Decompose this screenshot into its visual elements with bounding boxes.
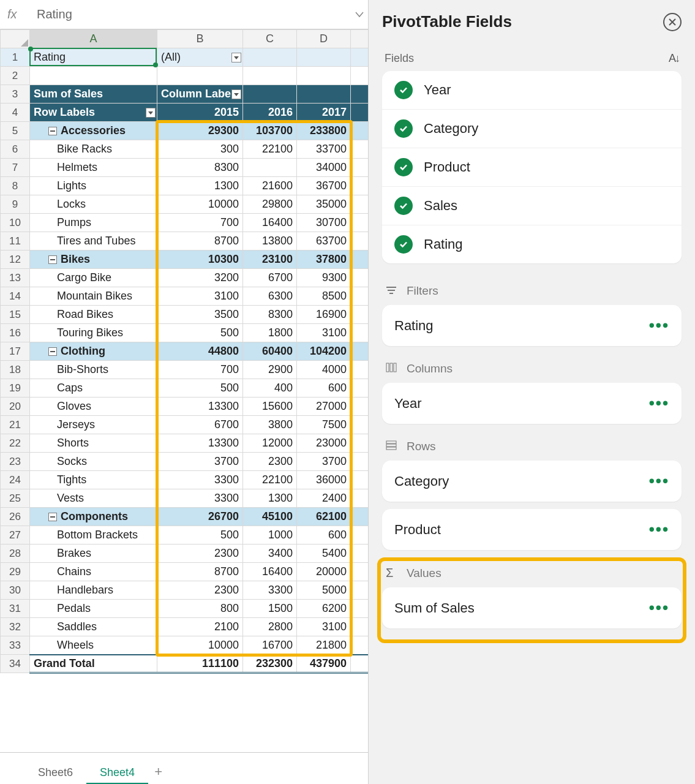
row-header-30[interactable]: 30: [1, 581, 30, 600]
cell[interactable]: 16700: [243, 636, 297, 655]
cell[interactable]: 2015: [157, 104, 243, 122]
row-header-15[interactable]: 15: [1, 306, 30, 324]
more-icon[interactable]: •••: [649, 394, 669, 413]
row-header-10[interactable]: 10: [1, 214, 30, 232]
cell[interactable]: 23100: [243, 251, 297, 269]
cell[interactable]: 8300: [157, 159, 243, 177]
row-header-14[interactable]: 14: [1, 287, 30, 306]
cell[interactable]: Row Labels: [30, 104, 157, 122]
cell[interactable]: 13300: [157, 398, 243, 416]
cell[interactable]: 3700: [157, 453, 243, 471]
row-header-16[interactable]: 16: [1, 324, 30, 342]
cell[interactable]: 16400: [243, 563, 297, 581]
cell[interactable]: 2016: [243, 104, 297, 122]
cell[interactable]: 4000: [297, 361, 351, 379]
row-header-12[interactable]: 12: [1, 251, 30, 269]
cell[interactable]: Pedals: [30, 600, 157, 618]
row-header-6[interactable]: 6: [1, 140, 30, 159]
cell[interactable]: Tires and Tubes: [30, 232, 157, 251]
cell[interactable]: 8700: [157, 563, 243, 581]
cell[interactable]: 8500: [297, 287, 351, 306]
row-header-5[interactable]: 5: [1, 122, 30, 140]
cell[interactable]: 13800: [243, 232, 297, 251]
cell[interactable]: 3200: [157, 269, 243, 287]
cell[interactable]: Bib-Shorts: [30, 361, 157, 379]
cell[interactable]: 6200: [297, 600, 351, 618]
cell[interactable]: 62100: [297, 508, 351, 526]
cell[interactable]: 22100: [243, 471, 297, 489]
cell[interactable]: 3800: [243, 416, 297, 434]
cell[interactable]: 63700: [297, 232, 351, 251]
cell[interactable]: 33700: [297, 140, 351, 159]
cell[interactable]: [297, 85, 351, 104]
cell[interactable]: 1800: [243, 324, 297, 342]
cell[interactable]: 3300: [157, 489, 243, 508]
cell[interactable]: Road Bikes: [30, 306, 157, 324]
cell[interactable]: 500: [157, 526, 243, 545]
cell[interactable]: Clothing: [30, 342, 157, 361]
cell[interactable]: [297, 48, 351, 67]
cell[interactable]: 36700: [297, 177, 351, 195]
row-header-9[interactable]: 9: [1, 195, 30, 214]
cell[interactable]: Wheels: [30, 636, 157, 655]
cell[interactable]: 700: [157, 214, 243, 232]
row-header-25[interactable]: 25: [1, 489, 30, 508]
cell[interactable]: 13300: [157, 434, 243, 453]
row-header-7[interactable]: 7: [1, 159, 30, 177]
row-header-18[interactable]: 18: [1, 361, 30, 379]
cell[interactable]: 22100: [243, 140, 297, 159]
cell[interactable]: 103700: [243, 122, 297, 140]
cell[interactable]: [297, 67, 351, 85]
cell[interactable]: Column Labels: [157, 85, 243, 104]
cell[interactable]: Rating: [30, 48, 157, 67]
cell[interactable]: Jerseys: [30, 416, 157, 434]
row-header-8[interactable]: 8: [1, 177, 30, 195]
cell[interactable]: Sum of Sales: [30, 85, 157, 104]
formula-dropdown-icon[interactable]: [353, 4, 366, 26]
row-header-21[interactable]: 21: [1, 416, 30, 434]
cell[interactable]: 3100: [297, 618, 351, 636]
field-row-sales[interactable]: Sales: [382, 187, 682, 225]
more-icon[interactable]: •••: [649, 598, 669, 617]
row-header-31[interactable]: 31: [1, 600, 30, 618]
column-header-A[interactable]: A: [30, 30, 157, 48]
row-header-20[interactable]: 20: [1, 398, 30, 416]
cell[interactable]: Handlebars: [30, 581, 157, 600]
row-header-28[interactable]: 28: [1, 545, 30, 563]
cell[interactable]: 3300: [243, 581, 297, 600]
cell[interactable]: 1300: [157, 177, 243, 195]
row-header-32[interactable]: 32: [1, 618, 30, 636]
cell[interactable]: 800: [157, 600, 243, 618]
cell[interactable]: 45100: [243, 508, 297, 526]
row-header-11[interactable]: 11: [1, 232, 30, 251]
cell[interactable]: [157, 67, 243, 85]
cell[interactable]: 1000: [243, 526, 297, 545]
cell[interactable]: 3500: [157, 306, 243, 324]
sheet-tab-sheet4[interactable]: Sheet4: [86, 763, 148, 784]
cell[interactable]: [30, 67, 157, 85]
dropdown-icon[interactable]: [231, 89, 241, 99]
cell[interactable]: 3100: [297, 324, 351, 342]
column-chip-year[interactable]: Year •••: [382, 383, 682, 424]
cell[interactable]: 6700: [243, 269, 297, 287]
cell[interactable]: 10000: [157, 636, 243, 655]
cell[interactable]: 3400: [243, 545, 297, 563]
cell[interactable]: 3300: [157, 471, 243, 489]
collapse-icon[interactable]: [48, 347, 57, 356]
select-all-corner[interactable]: [1, 30, 30, 48]
cell[interactable]: Locks: [30, 195, 157, 214]
formula-input[interactable]: [32, 4, 348, 26]
cell[interactable]: Saddles: [30, 618, 157, 636]
cell[interactable]: 2300: [157, 581, 243, 600]
sheet-tab-sheet6[interactable]: Sheet6: [24, 763, 86, 783]
value-chip-sum-sales[interactable]: Sum of Sales •••: [382, 587, 682, 628]
cell[interactable]: 3700: [297, 453, 351, 471]
cell[interactable]: Accessories: [30, 122, 157, 140]
row-header-29[interactable]: 29: [1, 563, 30, 581]
cell[interactable]: 500: [157, 379, 243, 398]
cell[interactable]: 2300: [157, 545, 243, 563]
row-header-1[interactable]: 1: [1, 48, 30, 67]
row-header-3[interactable]: 3: [1, 85, 30, 104]
row-header-26[interactable]: 26: [1, 508, 30, 526]
cell[interactable]: Mountain Bikes: [30, 287, 157, 306]
